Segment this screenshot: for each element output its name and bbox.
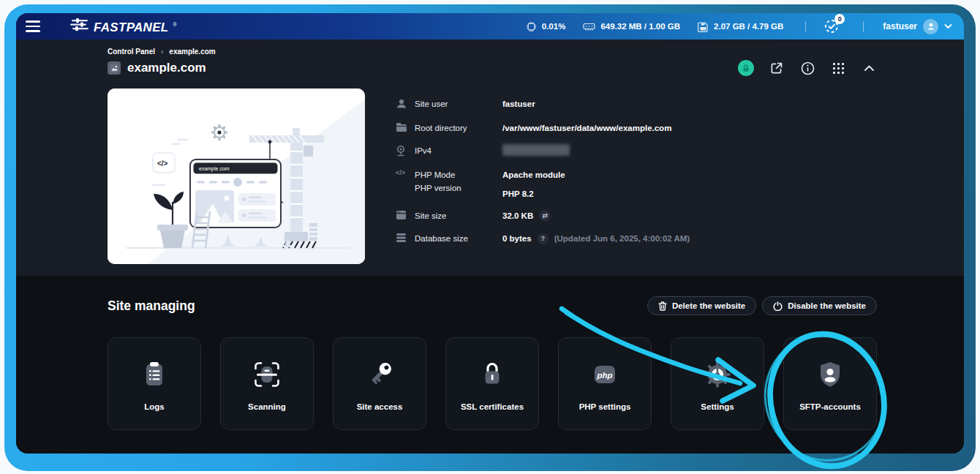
- browser-window-icon: [396, 209, 415, 223]
- open-site-external-button[interactable]: [769, 60, 785, 76]
- power-icon: [773, 301, 783, 311]
- collapse-panel-button[interactable]: [861, 60, 877, 76]
- card-label: Settings: [701, 402, 734, 411]
- site-user-label: Site user: [415, 97, 502, 110]
- php-mode-value: Apache module: [502, 168, 565, 181]
- notification-count-badge: 0: [834, 14, 845, 24]
- php-version-label: PHP version: [415, 181, 502, 195]
- ipv4-label: IPv4: [415, 144, 502, 157]
- card-php-settings[interactable]: php PHP settings: [558, 337, 652, 430]
- disable-website-button[interactable]: Disable the website: [762, 296, 877, 315]
- lock-icon: [742, 64, 750, 72]
- avatar: [923, 19, 938, 34]
- ipv4-row: IPv4: [396, 144, 877, 159]
- recalculate-size-button[interactable]: ⇄: [539, 210, 551, 222]
- site-favicon: [108, 61, 121, 75]
- site-size-row: Site size 32.0 KB ⇄: [396, 209, 877, 223]
- ipv4-redacted-value: [502, 144, 570, 156]
- chevron-up-icon: [864, 64, 875, 72]
- username-label: fastuser: [883, 21, 917, 31]
- ssl-status-badge[interactable]: [738, 60, 754, 76]
- database-size-updated: (Updated Jun 6, 2025, 4:00:02 AM): [554, 232, 690, 245]
- site-user-value: fastuser: [502, 97, 535, 110]
- memory-usage-metric: 649.32 MB / 1.00 GB: [583, 21, 680, 31]
- trash-icon: [658, 301, 667, 311]
- user-avatar-icon: [927, 22, 935, 31]
- php-mode-label: PHP Mode: [415, 168, 502, 181]
- illustration-code-glyph: </>: [157, 159, 168, 168]
- gear-icon: [701, 357, 734, 392]
- disk-icon: [698, 21, 709, 32]
- database-size-help-button[interactable]: ?: [538, 233, 549, 244]
- card-label: Site access: [357, 402, 403, 411]
- site-managing-section: Site managing Delete the website: [16, 276, 964, 454]
- user-menu[interactable]: fastuser: [883, 19, 952, 34]
- card-settings[interactable]: Settings: [671, 337, 764, 430]
- database-icon: [396, 232, 415, 246]
- root-directory-row: Root directory /var/www/fastuser/data/ww…: [396, 121, 877, 135]
- site-size-label: Site size: [415, 209, 502, 222]
- delete-website-label: Delete the website: [672, 301, 745, 310]
- card-label: Logs: [144, 402, 164, 411]
- database-size-label: Database size: [415, 232, 502, 245]
- info-icon: [801, 61, 815, 75]
- breadcrumb-current: example.com: [169, 48, 215, 56]
- topbar-divider: [863, 21, 864, 32]
- external-link-icon: [770, 61, 783, 75]
- root-directory-value: /var/www/fastuser/data/www/example.com: [502, 121, 671, 135]
- image-placeholder-icon: [110, 64, 118, 72]
- database-size-value: 0 bytes: [502, 232, 532, 245]
- disable-website-label: Disable the website: [788, 301, 866, 310]
- root-directory-label: Root directory: [415, 121, 502, 135]
- cpu-usage-value: 0.01%: [542, 22, 566, 31]
- card-logs[interactable]: Logs: [108, 337, 201, 430]
- menu-hamburger-icon[interactable]: [22, 18, 44, 35]
- chevron-down-icon: [944, 23, 952, 29]
- apps-grid-button[interactable]: [830, 60, 846, 76]
- disk-usage-value: 2.07 GB / 4.79 GB: [714, 22, 783, 31]
- scanning-icon: [251, 357, 283, 392]
- card-scanning[interactable]: Scanning: [220, 337, 314, 430]
- folder-icon: [396, 121, 415, 135]
- php-icon-text: php: [596, 371, 612, 380]
- topbar-divider: [805, 21, 806, 32]
- shield-user-icon: [814, 357, 846, 392]
- php-icon: php: [589, 357, 621, 392]
- logo-equalizer-icon: [70, 18, 89, 31]
- notifications-button[interactable]: 0: [822, 17, 841, 36]
- card-label: Scanning: [248, 402, 286, 411]
- logo-registered-mark: ®: [173, 22, 177, 27]
- site-illustration: example.com: [108, 89, 365, 264]
- topbar: FASTPANEL ® 0.01% 649.32 MB / 1.00 G: [16, 13, 964, 40]
- key-icon: [363, 357, 396, 392]
- managing-cards: Logs Scannin: [108, 337, 877, 430]
- card-site-access[interactable]: Site access: [333, 337, 426, 430]
- location-pin-icon: [396, 144, 415, 159]
- logo-text: FASTPANEL: [94, 20, 169, 35]
- site-info-list: Site user fastuser Root directory /var/w…: [396, 89, 877, 264]
- database-size-row: Database size 0 bytes ? (Updated Jun 6, …: [396, 232, 877, 246]
- padlock-icon: [476, 357, 508, 392]
- fastpanel-logo[interactable]: FASTPANEL ®: [70, 18, 177, 35]
- page-title: example.com: [127, 61, 206, 75]
- site-details-section: Control Panel › example.com example.com: [16, 40, 964, 276]
- site-size-value: 32.0 KB: [502, 209, 533, 222]
- user-icon: [396, 97, 415, 113]
- breadcrumb-separator: ›: [161, 48, 163, 56]
- breadcrumb: Control Panel › example.com: [108, 48, 877, 56]
- app-window: FASTPANEL ® 0.01% 649.32 MB / 1.00 G: [16, 13, 964, 454]
- disk-usage-metric: 2.07 GB / 4.79 GB: [698, 21, 783, 32]
- code-icon: </>: [396, 168, 415, 176]
- cpu-icon: [526, 21, 537, 32]
- info-button[interactable]: [799, 60, 815, 76]
- card-ssl-certificates[interactable]: SSL certificates: [445, 337, 539, 430]
- memory-icon: [583, 21, 595, 31]
- cpu-usage-metric: 0.01%: [526, 21, 566, 32]
- grid-dots-icon: [832, 62, 845, 75]
- delete-website-button[interactable]: Delete the website: [647, 296, 756, 315]
- breadcrumb-control-panel[interactable]: Control Panel: [108, 48, 155, 56]
- section-title: Site managing: [108, 298, 195, 314]
- php-row: </> PHP Mode PHP version Apache module P…: [396, 168, 877, 200]
- card-label: PHP settings: [579, 402, 631, 411]
- card-sftp-accounts[interactable]: SFTP-accounts: [783, 337, 877, 430]
